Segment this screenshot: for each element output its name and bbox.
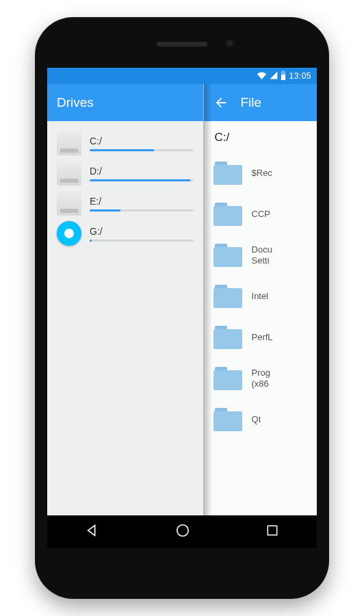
screen: 13:05 Drives C:/D:/E:/G:/ File bbox=[47, 68, 317, 548]
file-name: $Rec bbox=[252, 168, 272, 179]
drive-usage-bar bbox=[90, 209, 194, 211]
drive-usage-fill bbox=[90, 149, 154, 151]
drive-hdd-icon bbox=[57, 161, 81, 185]
folder-icon bbox=[213, 326, 242, 349]
drive-row[interactable]: G:/ bbox=[57, 221, 194, 246]
drives-pane: Drives C:/D:/E:/G:/ bbox=[47, 84, 204, 515]
drive-info: C:/ bbox=[90, 136, 194, 151]
nav-bar bbox=[47, 515, 317, 548]
drive-info: G:/ bbox=[90, 226, 194, 242]
file-name: Docu Setti bbox=[252, 244, 272, 267]
cellular-icon bbox=[270, 71, 278, 81]
file-name: PerfL bbox=[252, 332, 273, 343]
folder-icon bbox=[213, 408, 242, 431]
drive-row[interactable]: C:/ bbox=[57, 131, 194, 155]
device-frame: 13:05 Drives C:/D:/E:/G:/ File bbox=[35, 17, 329, 599]
nav-home-button[interactable] bbox=[175, 523, 190, 541]
file-row[interactable]: Prog (x86 bbox=[204, 358, 317, 399]
file-row[interactable]: $Rec bbox=[204, 153, 317, 194]
file-name: Intel bbox=[252, 291, 269, 302]
drives-appbar: Drives bbox=[47, 84, 203, 121]
svg-rect-1 bbox=[268, 526, 276, 535]
file-row[interactable]: Docu Setti bbox=[204, 235, 317, 276]
drive-usage-bar bbox=[90, 149, 194, 151]
drive-usage-fill bbox=[90, 179, 190, 181]
status-bar: 13:05 bbox=[47, 68, 317, 84]
drive-info: D:/ bbox=[90, 166, 194, 181]
battery-icon bbox=[281, 70, 286, 82]
file-row[interactable]: PerfL bbox=[204, 317, 317, 358]
file-row[interactable]: CCP bbox=[204, 194, 317, 235]
drive-usage-fill bbox=[90, 240, 92, 242]
folder-icon bbox=[213, 285, 242, 308]
folder-icon bbox=[213, 203, 242, 226]
file-name: Qt bbox=[252, 414, 261, 425]
drives-title: Drives bbox=[57, 95, 94, 110]
wifi-icon bbox=[257, 71, 267, 81]
drive-usage-fill bbox=[90, 209, 120, 211]
files-appbar: File bbox=[204, 84, 317, 121]
file-name: Prog (x86 bbox=[252, 368, 270, 390]
files-title: File bbox=[241, 95, 262, 110]
drive-hdd-icon bbox=[57, 131, 81, 155]
drives-list: C:/D:/E:/G:/ bbox=[47, 121, 203, 255]
nav-back-button[interactable] bbox=[85, 523, 100, 541]
drive-row[interactable]: D:/ bbox=[57, 161, 194, 185]
drive-optical-icon bbox=[57, 221, 81, 246]
drive-label: E:/ bbox=[90, 196, 194, 207]
drive-label: C:/ bbox=[90, 136, 194, 146]
status-time: 13:05 bbox=[289, 71, 311, 81]
file-row[interactable]: Intel bbox=[204, 276, 317, 317]
drive-usage-bar bbox=[90, 240, 194, 242]
drive-label: G:/ bbox=[90, 226, 194, 237]
drive-label: D:/ bbox=[90, 166, 194, 177]
drive-usage-bar bbox=[90, 179, 194, 181]
drive-info: E:/ bbox=[90, 196, 194, 211]
back-icon[interactable] bbox=[213, 95, 229, 110]
content-area: Drives C:/D:/E:/G:/ File C:/ $RecCCPDocu… bbox=[47, 84, 317, 515]
drive-row[interactable]: E:/ bbox=[57, 191, 194, 216]
current-path[interactable]: C:/ bbox=[204, 121, 317, 153]
nav-recents-button[interactable] bbox=[265, 524, 279, 540]
folder-icon bbox=[213, 367, 242, 390]
file-name: CCP bbox=[252, 209, 270, 220]
folder-icon bbox=[213, 244, 242, 267]
file-row[interactable]: Qt bbox=[204, 399, 317, 440]
drive-hdd-icon bbox=[57, 191, 81, 216]
file-list: $RecCCPDocu SettiIntelPerfLProg (x86Qt bbox=[204, 153, 317, 440]
files-pane: File C:/ $RecCCPDocu SettiIntelPerfLProg… bbox=[204, 84, 317, 515]
folder-icon bbox=[213, 162, 242, 185]
svg-point-0 bbox=[177, 525, 189, 537]
